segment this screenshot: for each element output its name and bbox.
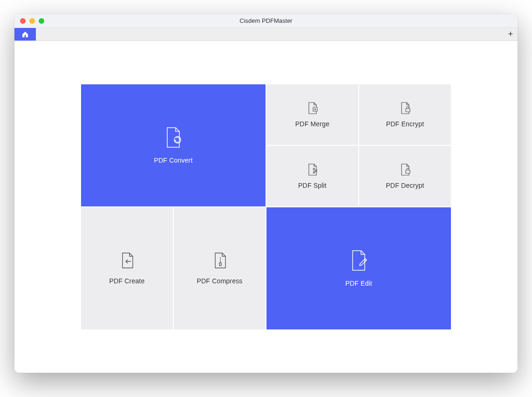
- svg-rect-5: [406, 170, 410, 173]
- tile-pdf-encrypt[interactable]: PDF Encrypt: [359, 84, 451, 145]
- tabbar: +: [14, 28, 518, 41]
- window-title: Cisdem PDFMaster: [14, 17, 518, 24]
- pdf-edit-icon: [350, 250, 368, 271]
- tile-pdf-compress[interactable]: PDF Compress: [174, 207, 266, 329]
- pdf-merge-icon: [307, 102, 318, 115]
- tile-pdf-decrypt[interactable]: PDF Decrypt: [359, 146, 451, 206]
- tile-pdf-create[interactable]: PDF Create: [81, 207, 173, 329]
- tile-pdf-edit[interactable]: PDF Edit: [266, 207, 451, 329]
- app-window: Cisdem PDFMaster + PD: [14, 14, 518, 373]
- minimize-window-button[interactable]: [29, 18, 35, 24]
- pdf-create-icon: [120, 252, 134, 269]
- titlebar: Cisdem PDFMaster: [14, 14, 518, 28]
- tile-label: PDF Merge: [295, 120, 329, 128]
- tile-label: PDF Compress: [197, 277, 242, 285]
- tabbar-spacer: [36, 28, 504, 41]
- svg-rect-6: [219, 263, 221, 266]
- zoom-window-button[interactable]: [39, 18, 44, 24]
- pdf-encrypt-icon: [400, 102, 411, 115]
- home-icon: [21, 31, 29, 38]
- home-tab[interactable]: [14, 28, 36, 41]
- tile-pdf-merge[interactable]: PDF Merge: [266, 84, 358, 145]
- tile-label: PDF Decrypt: [386, 182, 424, 189]
- tile-grid: PDF Convert PDF Merge: [81, 84, 451, 329]
- close-window-button[interactable]: [20, 18, 26, 24]
- pdf-split-icon: [307, 163, 318, 176]
- tile-label: PDF Encrypt: [386, 120, 424, 128]
- tile-label: PDF Split: [298, 182, 327, 189]
- content-area: PDF Convert PDF Merge: [14, 41, 518, 373]
- pdf-convert-icon: [164, 127, 182, 148]
- pdf-decrypt-icon: [400, 163, 411, 176]
- tile-pdf-convert[interactable]: PDF Convert: [81, 84, 266, 206]
- add-tab-button[interactable]: +: [504, 28, 518, 41]
- tile-label: PDF Create: [109, 277, 145, 285]
- tile-label: PDF Edit: [345, 280, 372, 287]
- tile-pdf-split[interactable]: PDF Split: [266, 146, 358, 206]
- tile-label: PDF Convert: [154, 157, 192, 164]
- pdf-compress-icon: [213, 252, 227, 269]
- window-controls: [20, 18, 44, 24]
- svg-rect-2: [406, 109, 410, 112]
